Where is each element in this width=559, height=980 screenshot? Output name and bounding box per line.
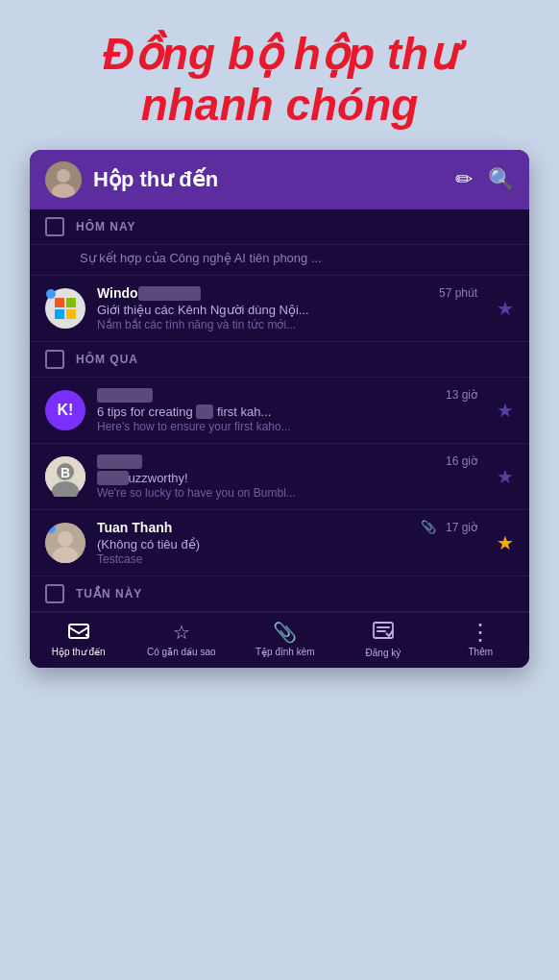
- unread-indicator-tuanthanh: [46, 524, 56, 533]
- starred-icon: ☆: [173, 621, 190, 644]
- email-content-bumble: 16 giờ uzzworthy! We're so lucky to have…: [97, 453, 477, 500]
- today-label: HÔM NAY: [76, 220, 136, 233]
- email-row-windows[interactable]: Windo 57 phút Giới thiệu các Kênh Người …: [30, 276, 529, 342]
- email-subject-bumble: uzzworthy!: [97, 471, 477, 485]
- email-time-kahoot: 13 giờ: [446, 388, 477, 402]
- email-row-tuanthanh[interactable]: Tuan Thanh 📎 17 giờ (Không có tiêu đề) T…: [30, 510, 529, 576]
- email-preview-kahoot: Here's how to ensure your first kaho...: [97, 420, 477, 433]
- inbox-icon: [68, 622, 89, 644]
- app-container: Hộp thư đến ✏ 🔍 HÔM NAY Sự kết hợp của C…: [30, 150, 529, 668]
- email-content-kahoot: 13 giờ 6 tips for creating first kah... …: [97, 387, 477, 433]
- teaser-text: Sự kết hợp của Công nghệ AI tiên phong .…: [80, 251, 514, 265]
- email-time-bumble: 16 giờ: [446, 454, 477, 468]
- header-icons: ✏ 🔍: [455, 167, 514, 192]
- section-today: HÔM NAY: [30, 209, 529, 245]
- nav-label-more: Thêm: [469, 647, 494, 657]
- email-row-kahoot[interactable]: K! 13 giờ 6 tips for creating first kah.…: [30, 378, 529, 444]
- star-button-kahoot[interactable]: ★: [497, 399, 514, 422]
- thisweek-label: TUẦN NÀY: [76, 587, 142, 600]
- attachments-icon: 📎: [273, 621, 297, 644]
- tuanthanh-avatar: [45, 523, 85, 563]
- nav-label-attachments: Tệp đính kèm: [255, 647, 315, 657]
- edit-icon[interactable]: ✏: [455, 167, 473, 192]
- yesterday-checkbox[interactable]: [45, 350, 64, 369]
- star-button-windows[interactable]: ★: [497, 297, 514, 320]
- nav-item-attachments[interactable]: 📎 Tệp đính kèm: [255, 621, 315, 657]
- nav-item-starred[interactable]: ☆ Có gắn dấu sao: [147, 621, 216, 657]
- teaser-row: Sự kết hợp của Công nghệ AI tiên phong .…: [30, 245, 529, 276]
- star-button-bumble[interactable]: ★: [497, 465, 514, 488]
- email-preview-windows: Nắm bắt các tính năng và tin tức mới...: [97, 318, 477, 331]
- thisweek-checkbox[interactable]: [45, 584, 64, 603]
- section-yesterday: HÔM QUA: [30, 342, 529, 378]
- subscriptions-icon: [373, 621, 394, 645]
- star-button-tuanthanh[interactable]: ★: [497, 531, 514, 554]
- nav-label-subscriptions: Đăng ký: [366, 648, 401, 658]
- windows-avatar: [45, 288, 85, 329]
- email-subject-kahoot: 6 tips for creating first kah...: [97, 404, 477, 419]
- today-checkbox[interactable]: [45, 217, 64, 236]
- svg-rect-12: [377, 626, 390, 628]
- email-row-bumble[interactable]: B 16 giờ uzzworthy! We're so lucky to ha…: [30, 444, 529, 510]
- email-sender-windows: Windo: [97, 285, 431, 301]
- svg-point-8: [58, 531, 73, 547]
- email-sender-kahoot: [97, 387, 438, 403]
- bumble-avatar: B: [45, 456, 85, 497]
- svg-point-1: [57, 169, 70, 183]
- email-time-tuanthanh: 17 giờ: [446, 521, 477, 534]
- section-thisweek: TUẦN NÀY: [30, 576, 529, 612]
- hero-title: Đồng bộ hộp thư nhanh chóng: [0, 0, 559, 150]
- email-subject-tuanthanh: (Không có tiêu đề): [97, 537, 477, 551]
- email-preview-tuanthanh: Testcase: [97, 552, 477, 566]
- email-sender-tuanthanh: Tuan Thanh: [97, 520, 421, 535]
- svg-rect-13: [377, 630, 386, 632]
- bottom-nav: Hộp thư đến ☆ Có gắn dấu sao 📎 Tệp đính …: [30, 612, 529, 668]
- unread-indicator: [46, 289, 56, 299]
- email-content-windows: Windo 57 phút Giới thiệu các Kênh Người …: [97, 285, 477, 331]
- nav-item-more[interactable]: ⋮ Thêm: [451, 621, 509, 657]
- email-time-windows: 57 phút: [439, 286, 477, 300]
- header-avatar: [45, 161, 82, 198]
- email-preview-bumble: We're so lucky to have you on Bumbl...: [97, 486, 477, 500]
- svg-text:B: B: [61, 465, 70, 480]
- kahoot-avatar: K!: [45, 390, 85, 430]
- nav-label-starred: Có gắn dấu sao: [147, 647, 216, 657]
- search-icon[interactable]: 🔍: [488, 167, 514, 192]
- nav-item-subscriptions[interactable]: Đăng ký: [354, 621, 412, 658]
- app-header: Hộp thư đến ✏ 🔍: [30, 150, 529, 209]
- nav-item-inbox[interactable]: Hộp thư đến: [50, 622, 108, 657]
- attachment-icon: 📎: [421, 520, 436, 534]
- nav-label-inbox: Hộp thư đến: [52, 647, 106, 657]
- more-icon: ⋮: [469, 621, 492, 644]
- header-title: Hộp thư đến: [93, 167, 444, 192]
- email-subject-windows: Giới thiệu các Kênh Người dùng Nội...: [97, 303, 477, 317]
- yesterday-label: HÔM QUA: [76, 353, 138, 366]
- email-sender-bumble: [97, 453, 438, 469]
- email-content-tuanthanh: Tuan Thanh 📎 17 giờ (Không có tiêu đề) T…: [97, 520, 477, 566]
